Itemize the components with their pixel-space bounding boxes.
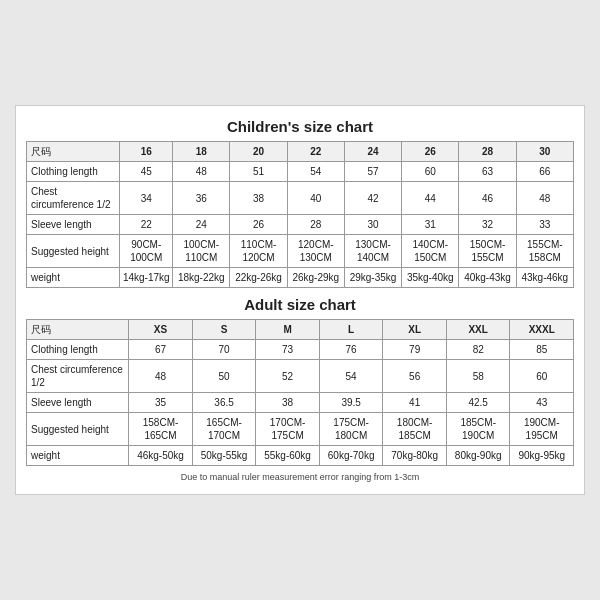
children-header-row: 尺码 16 18 20 22 24 26 28 30 xyxy=(27,142,574,162)
children-col-26: 26 xyxy=(402,142,459,162)
adult-col-l: L xyxy=(319,320,383,340)
adult-cell-2-3: 39.5 xyxy=(319,393,383,413)
adult-row-2: Sleeve length3536.53839.54142.543 xyxy=(27,393,574,413)
children-cell-0-4: 57 xyxy=(344,162,401,182)
adult-cell-4-1: 50kg-55kg xyxy=(192,446,256,466)
adult-row-4: weight46kg-50kg50kg-55kg55kg-60kg60kg-70… xyxy=(27,446,574,466)
adult-row-0: Clothing length67707376798285 xyxy=(27,340,574,360)
children-col-22: 22 xyxy=(287,142,344,162)
adult-cell-0-3: 76 xyxy=(319,340,383,360)
adult-table: 尺码 XS S M L XL XXL XXXL Clothing length6… xyxy=(26,319,574,466)
adult-row-label-2: Sleeve length xyxy=(27,393,129,413)
adult-cell-2-2: 38 xyxy=(256,393,320,413)
children-cell-4-3: 26kg-29kg xyxy=(287,268,344,288)
adult-col-s: S xyxy=(192,320,256,340)
adult-cell-0-0: 67 xyxy=(129,340,193,360)
children-col-28: 28 xyxy=(459,142,516,162)
size-chart-container: Children's size chart 尺码 16 18 20 22 24 … xyxy=(15,105,585,495)
adult-cell-3-6: 190CM-195CM xyxy=(510,413,574,446)
adult-cell-2-5: 42.5 xyxy=(446,393,510,413)
children-col-24: 24 xyxy=(344,142,401,162)
children-cell-1-3: 40 xyxy=(287,182,344,215)
children-cell-2-5: 31 xyxy=(402,215,459,235)
children-col-20: 20 xyxy=(230,142,287,162)
adult-row-label-0: Clothing length xyxy=(27,340,129,360)
adult-cell-0-4: 79 xyxy=(383,340,447,360)
children-cell-2-7: 33 xyxy=(516,215,573,235)
children-row-label-2: Sleeve length xyxy=(27,215,120,235)
children-cell-2-3: 28 xyxy=(287,215,344,235)
children-cell-1-1: 36 xyxy=(173,182,230,215)
children-row-label-0: Clothing length xyxy=(27,162,120,182)
children-row-4: weight14kg-17kg18kg-22kg22kg-26kg26kg-29… xyxy=(27,268,574,288)
children-cell-3-7: 155CM-158CM xyxy=(516,235,573,268)
adult-cell-1-4: 56 xyxy=(383,360,447,393)
adult-cell-2-0: 35 xyxy=(129,393,193,413)
children-col-18: 18 xyxy=(173,142,230,162)
children-col-label: 尺码 xyxy=(27,142,120,162)
children-chart-title: Children's size chart xyxy=(26,118,574,135)
adult-header-row: 尺码 XS S M L XL XXL XXXL xyxy=(27,320,574,340)
adult-row-3: Suggested height158CM-165CM165CM-170CM17… xyxy=(27,413,574,446)
children-cell-4-0: 14kg-17kg xyxy=(120,268,173,288)
adult-col-xxxl: XXXL xyxy=(510,320,574,340)
adult-cell-4-3: 60kg-70kg xyxy=(319,446,383,466)
children-col-16: 16 xyxy=(120,142,173,162)
adult-col-xxl: XXL xyxy=(446,320,510,340)
adult-cell-2-6: 43 xyxy=(510,393,574,413)
children-cell-1-6: 46 xyxy=(459,182,516,215)
children-col-30: 30 xyxy=(516,142,573,162)
children-cell-3-2: 110CM-120CM xyxy=(230,235,287,268)
adult-cell-4-5: 80kg-90kg xyxy=(446,446,510,466)
adult-cell-0-1: 70 xyxy=(192,340,256,360)
children-cell-4-1: 18kg-22kg xyxy=(173,268,230,288)
children-cell-1-0: 34 xyxy=(120,182,173,215)
children-cell-1-7: 48 xyxy=(516,182,573,215)
children-row-0: Clothing length4548515457606366 xyxy=(27,162,574,182)
children-cell-4-6: 40kg-43kg xyxy=(459,268,516,288)
adult-row-label-4: weight xyxy=(27,446,129,466)
children-cell-0-3: 54 xyxy=(287,162,344,182)
children-cell-0-2: 51 xyxy=(230,162,287,182)
children-cell-1-4: 42 xyxy=(344,182,401,215)
children-cell-2-1: 24 xyxy=(173,215,230,235)
children-cell-3-1: 100CM-110CM xyxy=(173,235,230,268)
children-cell-4-2: 22kg-26kg xyxy=(230,268,287,288)
children-table: 尺码 16 18 20 22 24 26 28 30 Clothing leng… xyxy=(26,141,574,288)
adult-cell-1-3: 54 xyxy=(319,360,383,393)
children-cell-1-5: 44 xyxy=(402,182,459,215)
adult-row-label-1: Chest circumference 1/2 xyxy=(27,360,129,393)
adult-cell-1-6: 60 xyxy=(510,360,574,393)
adult-cell-0-5: 82 xyxy=(446,340,510,360)
children-cell-1-2: 38 xyxy=(230,182,287,215)
children-cell-3-3: 120CM-130CM xyxy=(287,235,344,268)
adult-cell-4-2: 55kg-60kg xyxy=(256,446,320,466)
adult-cell-3-5: 185CM-190CM xyxy=(446,413,510,446)
adult-cell-0-6: 85 xyxy=(510,340,574,360)
children-cell-0-0: 45 xyxy=(120,162,173,182)
children-cell-4-5: 35kg-40kg xyxy=(402,268,459,288)
children-cell-3-0: 90CM-100CM xyxy=(120,235,173,268)
adult-row-1: Chest circumference 1/248505254565860 xyxy=(27,360,574,393)
children-cell-3-5: 140CM-150CM xyxy=(402,235,459,268)
children-row-1: Chest circumference 1/23436384042444648 xyxy=(27,182,574,215)
adult-cell-1-1: 50 xyxy=(192,360,256,393)
adult-cell-2-4: 41 xyxy=(383,393,447,413)
adult-chart-title: Adult size chart xyxy=(26,296,574,313)
adult-col-label: 尺码 xyxy=(27,320,129,340)
adult-cell-3-0: 158CM-165CM xyxy=(129,413,193,446)
adult-cell-1-2: 52 xyxy=(256,360,320,393)
children-cell-4-7: 43kg-46kg xyxy=(516,268,573,288)
adult-cell-1-0: 48 xyxy=(129,360,193,393)
children-cell-3-4: 130CM-140CM xyxy=(344,235,401,268)
children-cell-3-6: 150CM-155CM xyxy=(459,235,516,268)
adult-cell-3-2: 170CM-175CM xyxy=(256,413,320,446)
children-cell-0-7: 66 xyxy=(516,162,573,182)
children-cell-0-1: 48 xyxy=(173,162,230,182)
adult-cell-3-3: 175CM-180CM xyxy=(319,413,383,446)
adult-cell-2-1: 36.5 xyxy=(192,393,256,413)
adult-col-xs: XS xyxy=(129,320,193,340)
children-row-3: Suggested height90CM-100CM100CM-110CM110… xyxy=(27,235,574,268)
children-row-label-3: Suggested height xyxy=(27,235,120,268)
children-row-label-4: weight xyxy=(27,268,120,288)
